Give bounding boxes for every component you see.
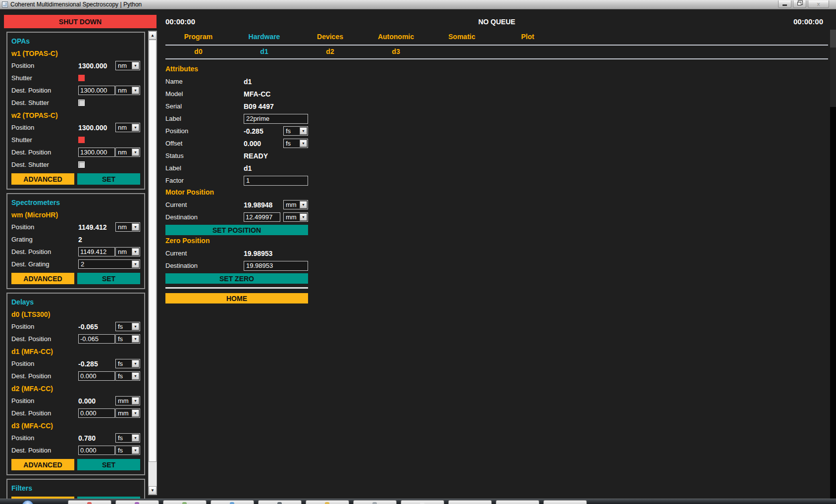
chevron-down-icon[interactable]: ▼ <box>132 434 139 442</box>
tab-somatic[interactable]: Somatic <box>429 33 495 44</box>
wm-dest-unit-dropdown[interactable]: nm ▼ <box>115 247 140 256</box>
tab-plot[interactable]: Plot <box>495 33 561 44</box>
chevron-down-icon[interactable]: ▼ <box>132 447 139 454</box>
wm-position-unit-dropdown[interactable]: nm ▼ <box>115 222 140 232</box>
taskbar-button[interactable] <box>401 500 444 504</box>
zero-destination-input[interactable] <box>244 261 308 271</box>
chevron-down-icon[interactable]: ▼ <box>300 140 307 147</box>
d2-position-unit-dropdown[interactable]: mm ▼ <box>115 396 140 405</box>
minimize-button[interactable] <box>778 0 791 8</box>
w2-position-unit-dropdown[interactable]: nm ▼ <box>115 123 140 132</box>
d2-dest-unit-dropdown[interactable]: mm ▼ <box>115 408 140 418</box>
d1-position-unit-dropdown[interactable]: fs ▼ <box>115 359 140 368</box>
motor-destination-input[interactable] <box>244 212 280 222</box>
scroll-down-icon[interactable]: ▼ <box>149 486 157 495</box>
taskbar-app-icon <box>372 502 377 504</box>
home-button[interactable]: HOME <box>165 293 308 303</box>
w1-dest-unit-dropdown[interactable]: nm ▼ <box>115 86 140 95</box>
row-wm-dest-grating: Dest. Grating 2 ▼ <box>11 258 140 270</box>
taskbar-button[interactable] <box>210 500 254 504</box>
wm-dest-position-input[interactable] <box>78 247 115 256</box>
chevron-down-icon[interactable]: ▼ <box>132 149 139 156</box>
chevron-down-icon[interactable]: ▼ <box>132 323 139 330</box>
start-button[interactable] <box>22 500 34 504</box>
d3-position-unit-dropdown[interactable]: fs ▼ <box>115 433 140 443</box>
taskbar-button[interactable] <box>306 500 349 504</box>
taskbar-button[interactable] <box>258 500 302 504</box>
w1-dest-position-input[interactable] <box>78 86 115 95</box>
tab-hardware[interactable]: Hardware <box>231 33 297 44</box>
chevron-down-icon[interactable]: ▼ <box>132 248 139 255</box>
chevron-down-icon[interactable]: ▼ <box>132 223 139 231</box>
scrollbar-thumb[interactable] <box>830 30 836 48</box>
row-d2-position: Position 0.000 mm ▼ <box>11 395 140 407</box>
shutter-indicator <box>78 137 85 143</box>
position-unit-dropdown[interactable]: fs ▼ <box>283 126 308 136</box>
taskbar-button[interactable] <box>353 500 397 504</box>
spectrometers-set-button[interactable]: SET <box>77 273 140 284</box>
set-position-button[interactable]: SET POSITION <box>165 225 308 235</box>
taskbar-button[interactable] <box>163 500 207 504</box>
subtab-d1[interactable]: d1 <box>231 48 297 57</box>
restore-button[interactable] <box>793 0 806 8</box>
subtab-d2[interactable]: d2 <box>297 48 363 57</box>
chevron-down-icon[interactable]: ▼ <box>132 87 139 94</box>
opas-advanced-button[interactable]: ADVANCED <box>11 173 74 185</box>
shut-down-button[interactable]: SHUT DOWN <box>4 15 157 28</box>
tab-devices[interactable]: Devices <box>297 33 363 44</box>
d1-dest-unit-dropdown[interactable]: fs ▼ <box>115 371 140 381</box>
subtab-d0[interactable]: d0 <box>165 48 231 57</box>
dest-shutter-checkbox[interactable] <box>78 161 85 168</box>
w2-dest-unit-dropdown[interactable]: nm ▼ <box>115 148 140 157</box>
close-button[interactable]: x <box>808 0 829 8</box>
w2-dest-position-input[interactable] <box>78 148 115 157</box>
scroll-up-icon[interactable]: ▲ <box>149 31 157 40</box>
chevron-down-icon[interactable]: ▼ <box>132 62 139 69</box>
chevron-down-icon[interactable]: ▼ <box>132 397 139 404</box>
d2-dest-position-input[interactable] <box>78 408 115 418</box>
factor-input[interactable] <box>244 176 308 186</box>
tab-autonomic[interactable]: Autonomic <box>363 33 429 44</box>
d0-dest-unit-dropdown[interactable]: fs ▼ <box>115 334 140 344</box>
tab-program[interactable]: Program <box>165 33 231 44</box>
main-scrollbar[interactable] <box>830 30 836 499</box>
chevron-down-icon[interactable]: ▼ <box>132 360 139 367</box>
d1-dest-position-input[interactable] <box>78 371 115 381</box>
wm-dest-grating-dropdown[interactable]: 2 ▼ <box>78 259 140 269</box>
label-input[interactable] <box>244 114 308 124</box>
taskbar-button[interactable] <box>448 500 492 504</box>
subtab-d3[interactable]: d3 <box>363 48 429 57</box>
taskbar-button[interactable] <box>115 500 159 504</box>
taskbar-button[interactable] <box>543 500 587 504</box>
motor-current-unit-dropdown[interactable]: mm ▼ <box>283 200 308 209</box>
d0-position-unit-dropdown[interactable]: fs ▼ <box>115 322 140 331</box>
w1-position-unit-dropdown[interactable]: nm ▼ <box>115 61 140 70</box>
set-zero-button[interactable]: SET ZERO <box>165 273 308 284</box>
opas-set-button[interactable]: SET <box>77 173 140 185</box>
spectrometers-advanced-button[interactable]: ADVANCED <box>11 273 74 284</box>
chevron-down-icon[interactable]: ▼ <box>300 201 307 208</box>
chevron-down-icon[interactable]: ▼ <box>132 124 139 131</box>
row-name: Name d1 <box>165 75 308 88</box>
d3-dest-unit-dropdown[interactable]: fs ▼ <box>115 446 140 455</box>
dest-shutter-checkbox[interactable] <box>78 100 85 106</box>
chevron-down-icon[interactable]: ▼ <box>300 127 307 135</box>
delays-set-button[interactable]: SET <box>77 459 140 470</box>
d3-dest-position-input[interactable] <box>78 446 115 455</box>
chevron-down-icon[interactable]: ▼ <box>300 213 307 221</box>
offset-unit-dropdown[interactable]: fs ▼ <box>283 139 308 148</box>
d3-position-value: 0.780 <box>78 434 115 442</box>
chevron-down-icon[interactable]: ▼ <box>132 260 139 268</box>
delays-advanced-button[interactable]: ADVANCED <box>11 459 74 470</box>
taskbar-button[interactable] <box>68 500 111 504</box>
scrollbar-thumb[interactable] <box>149 40 157 462</box>
taskbar-button[interactable] <box>496 500 539 504</box>
chevron-down-icon[interactable]: ▼ <box>132 409 139 417</box>
d0-dest-position-input[interactable] <box>78 334 115 344</box>
window-title: Coherent Multidimensional Spectroscopy |… <box>10 1 142 8</box>
chevron-down-icon[interactable]: ▼ <box>132 372 139 380</box>
motor-destination-unit-dropdown[interactable]: mm ▼ <box>283 212 308 222</box>
section-spectrometers: Spectrometers wm (MicroHR) Position 1149… <box>6 193 145 289</box>
chevron-down-icon[interactable]: ▼ <box>132 335 139 343</box>
sidebar-scrollbar[interactable]: ▲ ▼ <box>148 31 157 495</box>
